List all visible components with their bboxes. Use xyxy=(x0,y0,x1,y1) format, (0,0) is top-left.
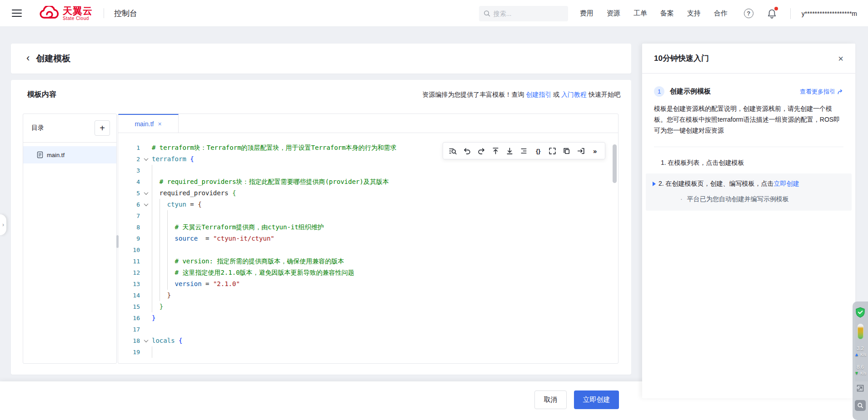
notifications-button[interactable] xyxy=(767,9,777,19)
code-line-18: 18locals { xyxy=(118,335,618,346)
tutorial-link[interactable]: 入门教程 xyxy=(561,91,587,98)
console-page: 天翼云 State Cloud 控制台 费用资源工单备案支持合作 ? xyxy=(0,0,868,420)
braces-icon: {} xyxy=(536,148,540,154)
toolbar-search-button[interactable] xyxy=(447,145,459,157)
fold-gutter xyxy=(140,165,152,176)
fold-gutter xyxy=(140,222,152,233)
code-area[interactable]: 1# terraform块：Terraform的顶层配置块，用于设置Terraf… xyxy=(118,133,618,358)
toolbar-more-button[interactable]: » xyxy=(589,145,601,157)
toolbar-download-button[interactable] xyxy=(504,145,516,157)
code-line-3: 3 xyxy=(118,165,618,176)
tab-main-tf[interactable]: main.tf × xyxy=(118,114,179,133)
nav-item-0[interactable]: 费用 xyxy=(580,9,594,18)
screenshot-button[interactable] xyxy=(855,383,866,394)
line-number: 3 xyxy=(118,165,140,176)
console-label[interactable]: 控制台 xyxy=(114,8,137,19)
upload-arrow-icon: ▲ xyxy=(854,352,859,357)
editor-tabbar: main.tf × xyxy=(118,114,618,133)
divider xyxy=(654,147,843,147)
toolbar-copy-button[interactable] xyxy=(561,145,573,157)
copy-icon xyxy=(562,147,571,155)
more-guides-link[interactable]: 查看更多指引 xyxy=(800,88,843,96)
line-number: 15 xyxy=(118,301,140,312)
line-number: 8 xyxy=(118,222,140,233)
global-search[interactable] xyxy=(479,6,568,21)
tree-item-main.tf[interactable]: main.tf xyxy=(23,146,116,163)
create-now-link[interactable]: 立即创建 xyxy=(774,180,799,188)
active-step-marker xyxy=(653,182,656,186)
fold-chevron-icon[interactable] xyxy=(140,335,152,346)
line-number: 5 xyxy=(118,188,140,199)
fold-gutter xyxy=(140,233,152,244)
drawer-title: 10分钟快速入门 xyxy=(654,53,709,64)
quickstart-description: 模板是创建资源栈的配置说明，创建资源栈前，请先创建一个模板。您可在模板中按照te… xyxy=(654,103,843,136)
code-line-8: 8 # 天翼云Terraform提供商，由ctyun-it组织维护 xyxy=(118,222,618,233)
fold-gutter xyxy=(140,346,152,358)
add-file-button[interactable]: + xyxy=(95,120,110,136)
nav-item-4[interactable]: 支持 xyxy=(687,9,701,18)
fold-chevron-icon[interactable] xyxy=(140,153,152,165)
account-menu[interactable]: y*******************m xyxy=(802,10,857,17)
nav-item-1[interactable]: 资源 xyxy=(607,9,620,18)
editor-scrollbar[interactable] xyxy=(613,144,617,183)
code-line-9: 9 source = "ctyun-it/ctyun" xyxy=(118,233,618,244)
fold-gutter xyxy=(140,256,152,267)
code-line-14: 14 } xyxy=(118,290,618,301)
toolbar-undo-button[interactable] xyxy=(461,145,473,157)
search-input[interactable] xyxy=(494,10,562,17)
expand-sidebar-handle[interactable]: › xyxy=(0,214,6,235)
redo-icon xyxy=(477,147,486,155)
line-number: 6 xyxy=(118,199,140,210)
quickstart-step-2: 2. 在创建模板页，创建、编写模板，点击立即创建 ·平台已为您自动创建并编写示例… xyxy=(646,173,852,211)
toolbar-upload-button[interactable] xyxy=(489,145,501,157)
toolbar-format-button[interactable] xyxy=(518,145,530,157)
code-text: } xyxy=(152,312,618,324)
create-now-button[interactable]: 立即创建 xyxy=(574,390,619,409)
line-number: 19 xyxy=(118,346,140,358)
line-number: 7 xyxy=(118,210,140,222)
cancel-button[interactable]: 取消 xyxy=(534,390,567,409)
nav-item-5[interactable]: 合作 xyxy=(714,9,728,18)
toolbar-braces-button[interactable]: {} xyxy=(532,145,544,157)
back-button[interactable]: ‹ xyxy=(26,53,30,63)
code-line-19: 19 xyxy=(118,346,618,358)
help-button[interactable]: ? xyxy=(744,9,753,18)
drawer-close-icon[interactable]: × xyxy=(838,54,843,63)
nav-item-3[interactable]: 备案 xyxy=(660,9,674,18)
code-text xyxy=(152,324,618,335)
toolbar-fullscreen-button[interactable] xyxy=(546,145,558,157)
search-icon xyxy=(484,10,490,17)
quickstart-drawer: 10分钟快速入门 × 1 创建示例模板 查看更多指引 模板是创建资源栈的配置说明… xyxy=(642,44,855,398)
hamburger-menu-icon[interactable] xyxy=(12,10,22,17)
line-number: 17 xyxy=(118,324,140,335)
code-line-13: 13 version = "2.1.0" xyxy=(118,278,618,290)
fold-chevron-icon[interactable] xyxy=(140,188,152,199)
file-icon xyxy=(37,151,43,158)
section-title: 模板内容 xyxy=(27,90,56,99)
panel-resize-handle[interactable] xyxy=(116,235,119,248)
fold-chevron-icon[interactable] xyxy=(140,199,152,210)
more-icon: » xyxy=(593,147,597,155)
help-icon: ? xyxy=(744,9,753,18)
code-line-11: 11 # version: 指定所需的提供商版本，确保使用兼容的版本 xyxy=(118,256,618,267)
screenshot-icon xyxy=(856,384,864,392)
page-title: 创建模板 xyxy=(36,53,70,64)
tab-close-icon[interactable]: × xyxy=(158,120,161,128)
code-text xyxy=(152,346,618,358)
create-guide-link[interactable]: 创建指引 xyxy=(526,91,551,98)
header-nav: 费用资源工单备案支持合作 xyxy=(580,9,728,18)
more-guides-label: 查看更多指引 xyxy=(800,88,835,96)
format-icon xyxy=(519,147,528,155)
overlay-search-button[interactable] xyxy=(855,400,866,411)
nav-item-2[interactable]: 工单 xyxy=(634,9,647,18)
performance-gauge[interactable] xyxy=(858,324,863,339)
line-number: 9 xyxy=(118,233,140,244)
toolbar-export-button[interactable] xyxy=(575,145,587,157)
fold-gutter xyxy=(140,210,152,222)
code-text: source = "ctyun-it/ctyun" xyxy=(152,233,618,244)
code-text: # version: 指定所需的提供商版本，确保使用兼容的版本 xyxy=(152,256,618,267)
brand-logo[interactable]: 天翼云 State Cloud xyxy=(39,6,93,21)
system-overlay-widget: 3.2 ▲ K/s 8.6 ▼ K/s xyxy=(853,301,868,420)
code-text xyxy=(152,244,618,256)
toolbar-redo-button[interactable] xyxy=(475,145,487,157)
